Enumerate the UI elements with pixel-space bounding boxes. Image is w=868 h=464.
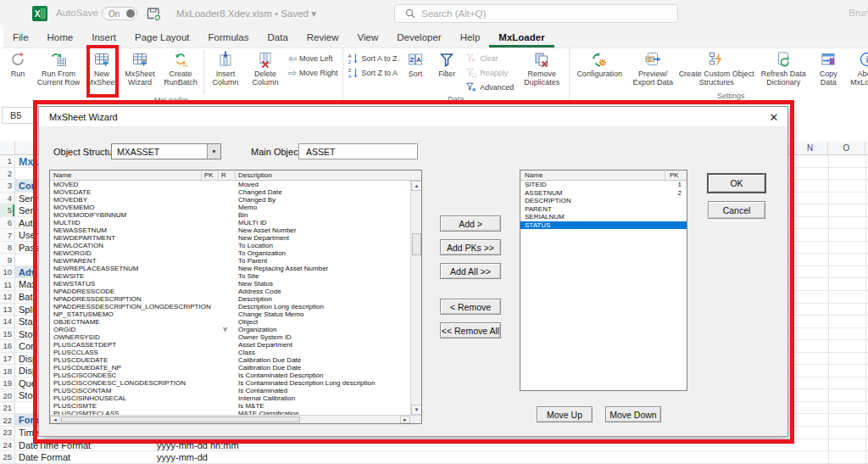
main-object-field[interactable] [298, 143, 418, 159]
row-number[interactable]: 19 [0, 377, 15, 389]
attribute-row[interactable]: NEWDEPARTMENTNew Department [50, 234, 421, 242]
attribute-row[interactable]: NEWLOCATIONTo Location [50, 242, 421, 249]
sort-z-to-a-button[interactable]: ZASort Z to A [345, 65, 401, 80]
attribute-row[interactable]: MOVEDBYChanged By [50, 196, 421, 204]
search-box[interactable] [394, 4, 678, 23]
attribute-row[interactable]: PLUSCCLASSClass [50, 349, 421, 356]
attribute-row[interactable]: ORGIDYOrganization [50, 326, 421, 333]
selected-attribute-row[interactable]: SERIALNUM [520, 213, 687, 221]
row-number[interactable]: 4 [0, 193, 15, 204]
attribute-row[interactable]: NPADDRESSCODEAddress Code [50, 288, 421, 295]
attribute-row[interactable]: PLUSCISINHOUSECALInternal Calibration [50, 394, 421, 402]
insert-column-button[interactable]: Insert Column [206, 49, 245, 87]
attribute-row[interactable]: MOVEDMoved [50, 181, 421, 188]
configuration-button[interactable]: Configuration [571, 49, 627, 78]
row-number[interactable]: 9 [0, 254, 15, 266]
attribute-row[interactable]: PLUSCASSETDEPTAsset Department [50, 341, 421, 349]
attribute-row[interactable]: PLUSCISCONDESCIs Contaminated Descriptio… [50, 372, 421, 379]
select-all-corner[interactable] [0, 142, 15, 154]
selected-attribute-row[interactable]: DESCRIPTION [520, 197, 687, 205]
remove-all-button[interactable]: << Remove All [440, 322, 501, 338]
move-left-button[interactable]: ⇦Move Left [286, 51, 341, 65]
selected-attribute-row[interactable]: SITEID1 [520, 181, 687, 189]
row-number[interactable]: 20 [0, 389, 15, 401]
attribute-row[interactable]: NEWREPLACEASSETNUMNew Replacing Asset Nu… [50, 265, 421, 272]
attribute-row[interactable]: MULTIIDMULTI ID [50, 219, 421, 226]
attribute-row[interactable]: NEWSTATUSNew Status [50, 280, 421, 288]
row-number[interactable]: 5 [0, 204, 15, 216]
row-number[interactable]: 3 [0, 180, 15, 192]
attribute-row[interactable]: NEWSITETo Site [50, 272, 421, 280]
create-custom-object-structures-button[interactable]: Create Custom Object Structures [678, 49, 754, 87]
new-mxsheet-button[interactable]: New MxSheet [83, 49, 120, 87]
row-number[interactable]: 16 [0, 340, 15, 352]
autosave-toggle[interactable]: On [102, 7, 137, 20]
tab-data[interactable]: Data [259, 27, 298, 48]
row-number[interactable]: 21 [0, 402, 15, 414]
row-number[interactable]: 18 [0, 365, 15, 377]
attribute-row[interactable]: PLUSCISCONTAMIs Contaminated [50, 387, 421, 394]
attribute-row[interactable]: PLUSCISCONDESC_LONGDESCRIPTIONIs Contami… [50, 379, 421, 387]
refresh-data-dictionary-button[interactable]: Refresh Data Dictionary [754, 49, 812, 87]
advanced-button[interactable]: Advanced [463, 80, 516, 94]
delete-column-button[interactable]: Delete Column [245, 49, 286, 87]
about-mxloader-button[interactable]: iAbout MxLoader [844, 49, 868, 87]
sort-button[interactable]: ZASort [400, 49, 431, 78]
attribute-row[interactable]: OWNERSYSIDOwner System ID [50, 333, 421, 341]
run-button[interactable]: Run [2, 49, 34, 78]
row-number[interactable]: 1 [0, 155, 15, 167]
row-number[interactable]: 13 [0, 304, 15, 316]
user-name[interactable]: Bruno [849, 8, 868, 18]
tab-developer[interactable]: Developer [387, 27, 450, 48]
scroll-left-icon[interactable]: ◄ [50, 416, 60, 423]
create-runbatch-button[interactable]: Create RunBatch [159, 49, 202, 87]
selected-attribute-row[interactable]: STATUS [520, 221, 687, 230]
scroll-up-icon[interactable]: ▲ [411, 181, 422, 191]
filter-button[interactable]: Filter [431, 49, 463, 78]
attribute-row[interactable]: NPADDRESSDESCRIPTIONDescription [50, 295, 421, 303]
row-number[interactable]: 15 [0, 328, 15, 340]
search-input[interactable] [421, 8, 642, 19]
selected-attribute-row[interactable]: ASSETNUM2 [520, 189, 687, 198]
tab-formulas[interactable]: Formulas [199, 27, 259, 48]
attribute-row[interactable]: PLUSCDUEDATECalibration Due Date [50, 356, 421, 364]
tab-view[interactable]: View [348, 27, 388, 48]
dialog-title-bar[interactable]: MxSheet Wizard ✕ [39, 107, 787, 127]
horizontal-scrollbar[interactable]: ◄ ► [50, 415, 421, 423]
add-all-button[interactable]: Add All >> [440, 263, 501, 279]
remove-duplicates-button[interactable]: Remove Duplicates [516, 49, 567, 87]
mxsheet-wizard-button[interactable]: MxSheet Wizard [120, 49, 159, 87]
scrollbar-thumb[interactable] [61, 416, 300, 422]
selected-attributes-list[interactable]: Name PK SITEID1ASSETNUM2DESCRIPTIONPAREN… [520, 170, 687, 391]
attribute-row[interactable]: NEWASSETNUMNew Asset Number [50, 226, 421, 234]
row-number[interactable]: 22 [0, 414, 15, 426]
sort-a-to-z-button[interactable]: AZSort A to Z [345, 51, 401, 65]
attribute-row[interactable]: PLUSCDUEDATE_NPCalibration Due Date [50, 364, 421, 372]
tab-insert[interactable]: Insert [82, 27, 125, 48]
row-number[interactable]: 23 [0, 427, 15, 439]
attribute-row[interactable]: MOVEDATEChanged Date [50, 188, 421, 196]
attribute-row[interactable]: MOVEMEMOMemo [50, 204, 421, 211]
move-right-button[interactable]: ⇨Move Right [286, 65, 341, 80]
selected-attribute-row[interactable]: PARENT [520, 205, 687, 214]
move-up-button[interactable]: Move Up [537, 406, 593, 422]
attribute-row[interactable]: NEWORGIDTo Organization [50, 249, 421, 257]
cancel-button[interactable]: Cancel [708, 201, 765, 219]
copy-data-button[interactable]: Copy Data [812, 49, 844, 87]
move-down-button[interactable]: Move Down [605, 406, 661, 422]
tab-file[interactable]: File [3, 27, 38, 48]
attribute-row[interactable]: NP_STATUSMEMOChange Status Memo [50, 310, 421, 318]
tab-help[interactable]: Help [451, 27, 490, 48]
attribute-row[interactable]: MOVEMODIFYBINNUMBin [50, 211, 421, 219]
row-number[interactable]: 10 [0, 266, 15, 278]
row-number[interactable]: 25 [0, 451, 15, 463]
ok-button[interactable]: OK [708, 174, 765, 193]
dropdown-arrow-icon[interactable]: ▼ [207, 144, 220, 159]
row-number[interactable]: 11 [0, 278, 15, 290]
scroll-right-icon[interactable]: ► [400, 416, 410, 423]
row-number[interactable]: 12 [0, 291, 15, 303]
close-icon[interactable]: ✕ [765, 109, 783, 125]
tab-review[interactable]: Review [298, 27, 348, 48]
document-title[interactable]: MxLoader8.Xdev.xlsm • Saved ▾ [176, 8, 316, 20]
object-structure-dropdown[interactable]: MXASSET ▼ [111, 143, 221, 159]
